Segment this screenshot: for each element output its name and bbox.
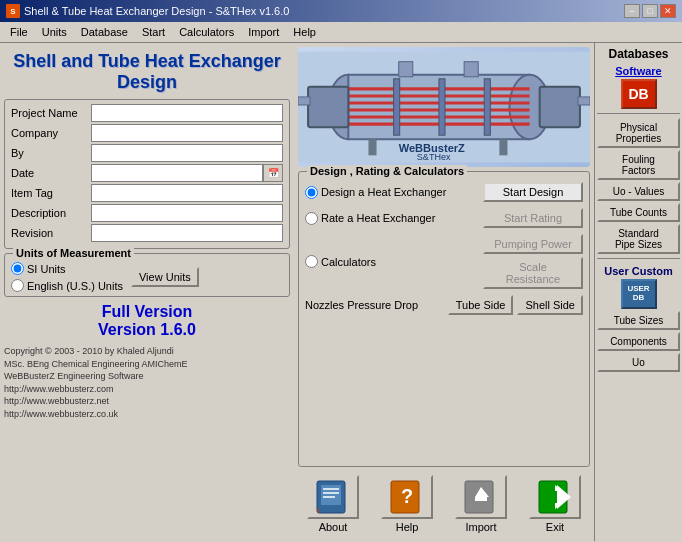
copyright-line6: http://www.webbusterz.co.uk <box>4 408 290 421</box>
input-project[interactable] <box>91 104 283 122</box>
radio-si-input[interactable] <box>11 262 24 275</box>
radio-si[interactable]: SI Units <box>11 262 123 275</box>
svg-rect-20 <box>499 139 507 155</box>
start-design-button[interactable]: Start Design <box>483 182 583 202</box>
radio-rate[interactable]: Rate a Heat Exchanger <box>305 212 483 225</box>
user-db-icon[interactable]: USERDB <box>621 279 657 309</box>
svg-text:?: ? <box>401 485 413 507</box>
app-icon: S <box>6 4 20 18</box>
menu-file[interactable]: File <box>4 24 34 40</box>
design-row-3: Calculators Pumping Power Scale Resistan… <box>305 234 583 289</box>
about-button[interactable]: i About <box>301 475 366 533</box>
bottom-icons: i About ? Help <box>298 475 590 533</box>
pumping-power-button[interactable]: Pumping Power <box>483 234 583 254</box>
input-revision[interactable] <box>91 224 283 242</box>
radio-calc[interactable]: Calculators <box>305 255 483 268</box>
databases-title: Databases <box>597 45 680 63</box>
menu-units[interactable]: Units <box>36 24 73 40</box>
start-rating-button[interactable]: Start Rating <box>483 208 583 228</box>
svg-rect-15 <box>308 87 348 127</box>
units-section: Units of Measurement SI Units English (U… <box>4 253 290 297</box>
copyright-section: Copyright © 2003 - 2010 by Khaled Aljund… <box>4 345 290 421</box>
svg-rect-13 <box>399 62 413 77</box>
title-bar-text: Shell & Tube Heat Exchanger Design - S&T… <box>24 5 289 17</box>
menu-import[interactable]: Import <box>242 24 285 40</box>
svg-rect-14 <box>464 62 478 77</box>
close-button[interactable]: ✕ <box>660 4 676 18</box>
input-company[interactable] <box>91 124 283 142</box>
input-date[interactable] <box>91 164 263 182</box>
exit-button[interactable]: Exit <box>523 475 588 533</box>
view-units-button[interactable]: View Units <box>131 267 199 287</box>
copyright-line2: MSc. BEng Chemical Engineering AMIChemE <box>4 358 290 371</box>
minimize-button[interactable]: − <box>624 4 640 18</box>
form-row-by: By <box>11 144 283 162</box>
main-content: Shell and Tube Heat Exchanger Design Pro… <box>0 43 682 541</box>
menu-start[interactable]: Start <box>136 24 171 40</box>
copyright-line5: http://www.webbusterz.net <box>4 395 290 408</box>
input-itemtag[interactable] <box>91 184 283 202</box>
nozzles-label: Nozzles Pressure Drop <box>305 299 444 311</box>
divider-2 <box>597 258 680 259</box>
svg-rect-33 <box>475 497 487 501</box>
app-title: Shell and Tube Heat Exchanger Design <box>4 47 290 95</box>
maximize-button[interactable]: □ <box>642 4 658 18</box>
radio-design[interactable]: Design a Heat Exchanger <box>305 186 483 199</box>
middle-panel: WeBBusterZ S&THex Design , Rating & Calc… <box>294 43 594 541</box>
radio-english-label: English (U.S.) Units <box>27 280 123 292</box>
help-icon: ? <box>381 475 433 519</box>
radio-english[interactable]: English (U.S.) Units <box>11 279 123 292</box>
exchanger-image: WeBBusterZ S&THex <box>298 47 590 167</box>
label-revision: Revision <box>11 227 91 239</box>
uo-button[interactable]: Uo <box>597 353 680 372</box>
menu-calculators[interactable]: Calculators <box>173 24 240 40</box>
design-row-2: Rate a Heat Exchanger Start Rating <box>305 208 583 228</box>
software-button[interactable]: Software <box>597 65 680 77</box>
import-label: Import <box>465 521 496 533</box>
input-description[interactable] <box>91 204 283 222</box>
radio-si-label: SI Units <box>27 263 66 275</box>
svg-rect-17 <box>298 97 310 105</box>
units-section-title: Units of Measurement <box>13 247 134 259</box>
nozzles-row: Nozzles Pressure Drop Tube Side Shell Si… <box>305 295 583 315</box>
radio-english-input[interactable] <box>11 279 24 292</box>
label-itemtag: Item Tag <box>11 187 91 199</box>
calendar-button[interactable]: 📅 <box>263 164 283 182</box>
label-description: Description <box>11 207 91 219</box>
fouling-factors-button[interactable]: FoulingFactors <box>597 150 680 180</box>
radio-rate-label: Rate a Heat Exchanger <box>321 212 435 224</box>
radio-rate-input[interactable] <box>305 212 318 225</box>
software-db-icon[interactable]: DB <box>621 79 657 109</box>
help-button[interactable]: ? Help <box>375 475 440 533</box>
form-row-itemtag: Item Tag <box>11 184 283 202</box>
version-line2: Version 1.6.0 <box>6 321 288 339</box>
form-section: Project Name Company By Date 📅 Item Tag <box>4 99 290 249</box>
svg-rect-16 <box>540 87 580 127</box>
radio-design-input[interactable] <box>305 186 318 199</box>
menu-database[interactable]: Database <box>75 24 134 40</box>
physical-properties-button[interactable]: PhysicalProperties <box>597 118 680 148</box>
design-section-title: Design , Rating & Calculators <box>307 165 467 177</box>
radio-calc-input[interactable] <box>305 255 318 268</box>
svg-text:S&THex: S&THex <box>417 152 451 162</box>
tube-counts-button[interactable]: Tube Counts <box>597 203 680 222</box>
menu-bar: File Units Database Start Calculators Im… <box>0 22 682 43</box>
exchanger-svg: WeBBusterZ S&THex <box>298 47 590 167</box>
standard-pipe-sizes-button[interactable]: StandardPipe Sizes <box>597 224 680 254</box>
uo-values-button[interactable]: Uo - Values <box>597 182 680 201</box>
svg-text:i: i <box>317 506 319 515</box>
tube-side-button[interactable]: Tube Side <box>448 295 514 315</box>
input-by[interactable] <box>91 144 283 162</box>
left-panel: Shell and Tube Heat Exchanger Design Pro… <box>0 43 294 541</box>
tube-sizes-button[interactable]: Tube Sizes <box>597 311 680 330</box>
version-line1: Full Version <box>6 303 288 321</box>
shell-side-button[interactable]: Shell Side <box>517 295 583 315</box>
components-button[interactable]: Components <box>597 332 680 351</box>
about-icon: i <box>307 475 359 519</box>
svg-rect-18 <box>578 97 590 105</box>
form-row-project: Project Name <box>11 104 283 122</box>
copyright-line3: WeBBusterZ Engineering Software <box>4 370 290 383</box>
scale-resistance-button[interactable]: Scale Resistance <box>483 257 583 289</box>
menu-help[interactable]: Help <box>287 24 322 40</box>
import-button[interactable]: Import <box>449 475 514 533</box>
